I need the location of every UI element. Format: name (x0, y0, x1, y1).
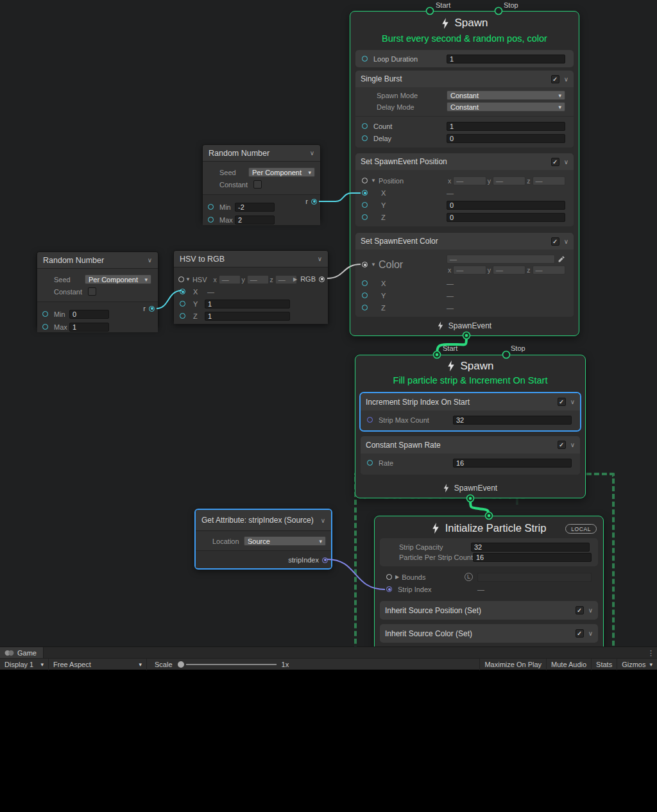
z-field[interactable]: 0 (447, 213, 565, 222)
z-field[interactable]: 1 (205, 312, 290, 321)
eyedropper-icon[interactable] (558, 255, 565, 263)
position-z-port[interactable] (362, 214, 368, 220)
node-spawn-burst[interactable]: Spawn Burst every second & random pos, c… (350, 11, 579, 336)
expand-right-icon[interactable]: ▶ (395, 574, 399, 580)
gizmos-dropdown[interactable]: Gizmos▾ (617, 659, 657, 670)
node-collapse-chevron[interactable]: ∨ (318, 255, 322, 262)
max-field[interactable]: 2 (235, 216, 275, 224)
node-collapse-chevron[interactable]: ∨ (148, 257, 152, 264)
strip-index-output-port[interactable] (322, 557, 328, 563)
max-port[interactable] (42, 324, 48, 330)
delay-port[interactable] (362, 135, 368, 141)
block-enabled-checkbox[interactable]: ✓ (576, 606, 584, 614)
block-collapse-chevron[interactable]: ∨ (570, 398, 575, 405)
block-collapse-chevron[interactable]: ∨ (564, 158, 568, 165)
block-collapse-chevron[interactable]: ∨ (564, 238, 568, 245)
block-inherit-source-color[interactable]: Inherit Source Color (Set) ✓ ∨ (380, 624, 598, 643)
y-field[interactable]: 1 (205, 300, 290, 309)
bounds-port[interactable] (386, 574, 392, 580)
color-port[interactable] (362, 262, 368, 267)
random-output-port[interactable] (311, 199, 317, 205)
location-dropdown[interactable]: Source▾ (244, 536, 326, 546)
block-set-spawnevent-color[interactable]: Set SpawnEvent Color ✓ ∨ ▼ Color — (355, 233, 574, 317)
maximize-on-play-button[interactable]: Maximize On Play (479, 659, 546, 670)
rate-port[interactable] (367, 460, 373, 466)
hsv-y-port[interactable] (180, 301, 185, 307)
block-collapse-chevron[interactable]: ∨ (570, 441, 575, 448)
node-initialize-particle-strip[interactable]: Initialize Particle Strip LOCAL Strip Ca… (374, 516, 604, 647)
hsv-z-port[interactable] (180, 313, 185, 319)
constant-checkbox[interactable] (253, 180, 262, 189)
expand-down-icon[interactable]: ▼ (371, 178, 376, 183)
position-x-port[interactable] (362, 190, 368, 196)
node-random-number-position[interactable]: Random Number ∨ Seed Per Component▾ Cons… (202, 144, 321, 221)
game-viewport[interactable] (0, 670, 657, 812)
block-inherit-source-position[interactable]: Inherit Source Position (Set) ✓ ∨ (380, 601, 598, 620)
tab-game[interactable]: Game (0, 647, 44, 658)
mute-audio-button[interactable]: Mute Audio (546, 659, 591, 670)
strip-max-count-field[interactable]: 32 (453, 416, 572, 425)
block-set-spawnevent-position[interactable]: Set SpawnEvent Position ✓ ∨ ▼ Position x… (355, 153, 574, 226)
count-field[interactable]: 1 (447, 122, 565, 131)
position-port[interactable] (362, 178, 368, 183)
stats-button[interactable]: Stats (591, 659, 617, 670)
min-field[interactable]: -2 (235, 203, 275, 212)
block-single-burst[interactable]: Single Burst ✓ ∨ Spawn Mode Constant▾ De… (355, 71, 574, 148)
rate-field[interactable]: 16 (453, 459, 572, 468)
color-z-port[interactable] (362, 305, 368, 310)
y-field[interactable]: 0 (447, 201, 565, 210)
count-port[interactable] (362, 123, 368, 129)
display-dropdown[interactable]: Display 1▾ (0, 659, 49, 670)
block-collapse-chevron[interactable]: ∨ (588, 630, 593, 637)
seed-dropdown[interactable]: Per Component▾ (85, 275, 151, 284)
strip-max-count-port[interactable] (367, 417, 373, 423)
node-random-number-hue[interactable]: Random Number ∨ Seed Per Component▾ Cons… (37, 251, 158, 328)
color-x-port[interactable] (362, 280, 368, 286)
block-enabled-checkbox[interactable]: ✓ (551, 75, 559, 83)
block-collapse-chevron[interactable]: ∨ (564, 76, 568, 83)
block-increment-strip-index[interactable]: Increment Strip Index On Start ✓ ∨ Strip… (361, 393, 580, 430)
delay-field[interactable]: 0 (447, 134, 565, 143)
particle-per-strip-field[interactable]: 16 (473, 553, 592, 562)
loop-duration-field[interactable]: 1 (447, 55, 565, 63)
delay-mode-dropdown[interactable]: Constant▾ (447, 102, 565, 112)
position-y-port[interactable] (362, 202, 368, 208)
block-enabled-checkbox[interactable]: ✓ (551, 237, 559, 246)
block-enabled-checkbox[interactable]: ✓ (576, 629, 584, 638)
aspect-ratio-dropdown[interactable]: Free Aspect▾ (49, 659, 147, 670)
scale-slider[interactable] (178, 659, 279, 670)
node-get-attribute-strip-index[interactable]: Get Attribute: stripIndex (Source) ∨ Loc… (194, 509, 332, 570)
seed-dropdown[interactable]: Per Component▾ (248, 167, 315, 177)
min-port[interactable] (208, 204, 214, 210)
constant-checkbox[interactable] (88, 287, 96, 296)
hsv-port[interactable] (178, 276, 184, 282)
spawn-mode-dropdown[interactable]: Constant▾ (447, 90, 565, 100)
scale-slider-knob[interactable] (178, 661, 184, 668)
block-enabled-checkbox[interactable]: ✓ (558, 441, 566, 449)
min-port[interactable] (42, 311, 48, 317)
graph-canvas[interactable]: Particle Strip Start Stop Start Stop Spa… (0, 0, 657, 647)
node-hsv-to-rgb[interactable]: HSV to RGB ∨ ▼ HSV x— y— z— X — (173, 250, 328, 324)
more-options-icon[interactable]: ⋮ (647, 647, 654, 659)
rgb-output-port[interactable] (319, 276, 325, 282)
strip-index-port[interactable] (386, 586, 392, 592)
expand-down-icon[interactable]: ▼ (371, 262, 376, 267)
node-collapse-chevron[interactable]: ∨ (321, 517, 325, 524)
block-constant-spawn-rate[interactable]: Constant Spawn Rate ✓ ∨ Rate 16 (361, 436, 580, 475)
max-field[interactable]: 1 (69, 323, 109, 332)
hsv-x-port[interactable] (180, 289, 185, 294)
block-collapse-chevron[interactable]: ∨ (588, 607, 593, 614)
spawn-bolt-icon (447, 360, 455, 371)
expand-down-icon[interactable]: ▼ (185, 276, 191, 282)
block-enabled-checkbox[interactable]: ✓ (558, 398, 566, 406)
loop-duration-port[interactable] (362, 56, 368, 62)
color-y-port[interactable] (362, 292, 368, 298)
block-enabled-checkbox[interactable]: ✓ (551, 158, 559, 166)
strip-capacity-field[interactable]: 32 (471, 543, 590, 552)
random-output-port[interactable] (149, 306, 155, 312)
max-port[interactable] (208, 217, 214, 223)
node-spawn-strip[interactable]: Spawn Fill particle strip & Increment On… (355, 355, 586, 498)
min-field[interactable]: 0 (69, 310, 109, 319)
node-collapse-chevron[interactable]: ∨ (310, 149, 314, 156)
local-space-badge[interactable]: LOCAL (565, 524, 597, 534)
